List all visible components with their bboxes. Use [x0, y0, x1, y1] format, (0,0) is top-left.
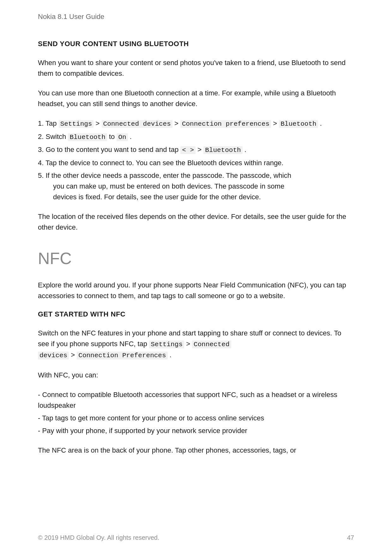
- nfc-para3: The NFC area is on the back of your phon…: [38, 445, 354, 456]
- step-3-share-icon: < >: [180, 146, 196, 154]
- nfc-connected-label: Connected: [192, 340, 231, 348]
- nfc-section: NFC Explore the world around you. If you…: [38, 249, 354, 456]
- nfc-can-item-3: - Pay with your phone, if supported by y…: [38, 425, 354, 436]
- nfc-para1: Explore the world around you. If your ph…: [38, 280, 354, 301]
- send-bluetooth-para2: You can use more than one Bluetooth conn…: [38, 88, 354, 109]
- step-3: 3. Go to the content you want to send an…: [38, 144, 354, 156]
- nfc-can-list: - Connect to compatible Bluetooth access…: [38, 389, 354, 436]
- send-bluetooth-para1: When you want to share your content or s…: [38, 57, 354, 79]
- step-1-number: 1. Tap: [38, 119, 59, 127]
- get-started-nfc-title: GET STARTED WITH NFC: [38, 310, 354, 318]
- send-bluetooth-para3: The location of the received files depen…: [38, 211, 354, 233]
- footer-copyright: © 2019 HMD Global Oy. All rights reserve…: [38, 534, 160, 541]
- step-2-number: 2. Switch: [38, 133, 68, 141]
- page-footer: © 2019 HMD Global Oy. All rights reserve…: [0, 534, 392, 541]
- step-1-connected-devices: Connected devices: [102, 120, 172, 128]
- nfc-can-item-2: - Tap tags to get more content for your …: [38, 413, 354, 424]
- step-5: 5. If the other device needs a passcode,…: [38, 170, 354, 202]
- page-header: Nokia 8.1 User Guide: [38, 13, 354, 21]
- step-1: 1. Tap Settings > Connected devices > Co…: [38, 118, 354, 129]
- nfc-devices-label: devices: [38, 352, 69, 359]
- page-container: Nokia 8.1 User Guide SEND YOUR CONTENT U…: [0, 0, 392, 554]
- step-4: 4. Tap the device to connect to. You can…: [38, 158, 354, 168]
- step-1-connection-prefs: Connection preferences: [180, 120, 271, 128]
- step-3-text: 3. Go to the content you want to send an…: [38, 146, 180, 154]
- send-bluetooth-title: SEND YOUR CONTENT USING BLUETOOTH: [38, 40, 354, 48]
- step-2-bluetooth: Bluetooth: [68, 133, 107, 141]
- step-1-settings: Settings: [59, 120, 94, 128]
- step-2-on: On: [117, 133, 128, 141]
- step-5-text: 5. If the other device needs a passcode,…: [38, 172, 291, 179]
- nfc-settings-label: Settings: [149, 340, 184, 348]
- nfc-heading: NFC: [38, 249, 354, 268]
- step-1-bluetooth: Bluetooth: [279, 120, 318, 128]
- nfc-connection-prefs-label: Connection Preferences: [77, 352, 167, 359]
- step-4-text: 4. Tap the device to connect to. You can…: [38, 159, 283, 167]
- nfc-para2: Switch on the NFC features in your phone…: [38, 328, 354, 361]
- step-2: 2. Switch Bluetooth to On .: [38, 131, 354, 143]
- nfc-can-item-1: - Connect to compatible Bluetooth access…: [38, 389, 354, 411]
- footer-page-number: 47: [347, 534, 354, 541]
- bluetooth-steps: 1. Tap Settings > Connected devices > Co…: [38, 118, 354, 202]
- nfc-can-title: With NFC, you can:: [38, 370, 354, 381]
- step-3-bluetooth: Bluetooth: [203, 146, 242, 154]
- send-bluetooth-section: SEND YOUR CONTENT USING BLUETOOTH When y…: [38, 40, 354, 233]
